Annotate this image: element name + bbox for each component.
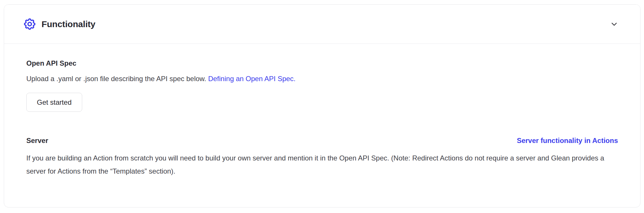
server-section: Server Server functionality in Actions I…: [26, 136, 618, 178]
functionality-section-header[interactable]: Functionality: [4, 5, 640, 44]
server-heading: Server: [26, 136, 48, 146]
get-started-button[interactable]: Get started: [26, 93, 82, 112]
page: Functionality Open API Spec Upload a .ya…: [0, 4, 644, 207]
chevron-down-icon[interactable]: [610, 20, 619, 29]
card-body: Open API Spec Upload a .yaml or .json fi…: [4, 44, 640, 178]
server-heading-row: Server Server functionality in Actions: [26, 136, 618, 146]
open-api-spec-description: Upload a .yaml or .json file describing …: [26, 74, 618, 84]
section-title: Functionality: [42, 19, 95, 29]
defining-open-api-spec-link[interactable]: Defining an Open API Spec.: [208, 75, 296, 83]
functionality-card: Functionality Open API Spec Upload a .ya…: [4, 4, 640, 207]
open-api-spec-heading: Open API Spec: [26, 58, 618, 68]
open-api-spec-section: Open API Spec Upload a .yaml or .json fi…: [26, 58, 618, 112]
server-functionality-link[interactable]: Server functionality in Actions: [517, 137, 618, 145]
gear-icon: [23, 17, 37, 31]
server-description: If you are building an Action from scrat…: [26, 151, 618, 178]
open-api-spec-description-text: Upload a .yaml or .json file describing …: [26, 75, 206, 83]
